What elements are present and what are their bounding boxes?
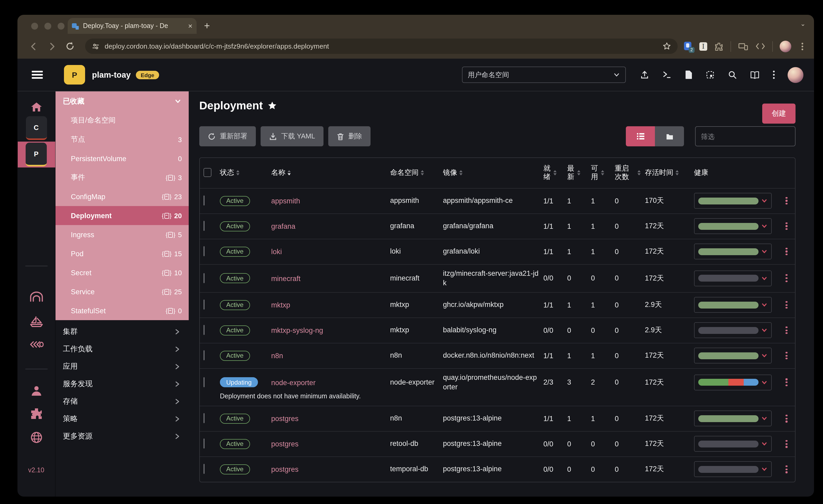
download-kubeconfig-icon[interactable] <box>684 70 693 80</box>
col-name[interactable]: 名称 <box>271 168 390 177</box>
row-checkbox[interactable] <box>203 196 204 206</box>
sidebar-group[interactable]: 集群 <box>55 323 189 340</box>
health-select[interactable] <box>694 347 772 363</box>
sidebar-item[interactable]: Deployment {} 20 <box>55 206 189 225</box>
health-select[interactable] <box>694 244 772 259</box>
extensions-puzzle-icon[interactable] <box>714 41 723 51</box>
import-yaml-icon[interactable] <box>640 70 650 80</box>
user-avatar[interactable] <box>788 67 803 83</box>
code-icon[interactable] <box>755 42 766 51</box>
health-select[interactable] <box>694 411 772 426</box>
sidebar-item[interactable]: Ingress {} 5 <box>55 225 189 244</box>
deployment-name-link[interactable]: loki <box>271 248 282 256</box>
close-window-icon[interactable] <box>31 23 38 30</box>
row-checkbox[interactable] <box>203 439 204 449</box>
row-checkbox[interactable] <box>203 377 204 387</box>
browser-menu-kebab-icon[interactable] <box>798 41 807 51</box>
deployment-name-link[interactable]: grafana <box>271 222 296 230</box>
health-select[interactable] <box>694 461 772 477</box>
tab-close-icon[interactable]: × <box>188 22 192 30</box>
sidebar-group[interactable]: 应用 <box>55 358 189 375</box>
deployment-name-link[interactable]: postgres <box>271 465 299 473</box>
deployment-name-link[interactable]: minecraft <box>271 274 301 282</box>
row-kebab-icon[interactable] <box>781 352 792 359</box>
row-kebab-icon[interactable] <box>781 415 792 422</box>
sidebar-item[interactable]: Pod {} 15 <box>55 244 189 263</box>
harvester-wheat-icon[interactable] <box>29 340 44 349</box>
zoom-window-icon[interactable] <box>57 23 64 30</box>
row-kebab-icon[interactable] <box>781 326 792 334</box>
deployment-name-link[interactable]: postgres <box>271 440 299 448</box>
health-select[interactable] <box>694 322 772 338</box>
download-yaml-button[interactable]: 下载 YAML <box>261 126 324 146</box>
row-kebab-icon[interactable] <box>781 197 792 205</box>
sidebar-item[interactable]: 项目/命名空间 {} <box>55 111 189 130</box>
sidebar-item[interactable]: 节点 {} 3 <box>55 130 189 149</box>
filter-input[interactable] <box>695 126 796 146</box>
health-select[interactable] <box>694 436 772 452</box>
select-all-checkbox[interactable] <box>203 168 211 177</box>
sidebar-item[interactable]: Service {} 25 <box>55 282 189 301</box>
col-image[interactable]: 镜像 <box>443 168 543 177</box>
deployment-name-link[interactable]: postgres <box>271 415 299 423</box>
window-controls[interactable] <box>31 23 64 30</box>
row-kebab-icon[interactable] <box>781 465 792 473</box>
health-select[interactable] <box>694 374 772 390</box>
col-namespace[interactable]: 命名空间 <box>390 168 443 177</box>
browser-profile-avatar[interactable] <box>780 40 791 52</box>
back-icon[interactable] <box>25 41 43 51</box>
col-restarts[interactable]: 重启次数 <box>615 164 645 181</box>
cluster-p-button[interactable]: P <box>17 142 55 168</box>
list-view-button[interactable] <box>626 126 655 146</box>
favorites-header[interactable]: 已收藏 <box>55 91 189 111</box>
extension-i-icon[interactable]: I <box>699 42 707 50</box>
row-checkbox[interactable] <box>203 221 204 231</box>
deployment-name-link[interactable]: mktxp-syslog-ng <box>271 326 323 334</box>
card-view-button[interactable] <box>655 126 684 146</box>
row-checkbox[interactable] <box>203 246 204 256</box>
extensions-puzzle-icon[interactable] <box>30 407 42 420</box>
forward-icon[interactable] <box>43 41 61 51</box>
sidebar-item[interactable]: Secret {} 10 <box>55 263 189 282</box>
row-kebab-icon[interactable] <box>781 248 792 255</box>
row-kebab-icon[interactable] <box>781 274 792 282</box>
row-checkbox[interactable] <box>203 350 204 360</box>
url-text[interactable]: deploy.cordon.toay.io/dashboard/c/c-m-jt… <box>105 42 658 50</box>
sidebar-item[interactable]: StatefulSet {} 0 <box>55 301 189 320</box>
col-ready[interactable]: 就绪 <box>543 164 567 181</box>
minimize-window-icon[interactable] <box>44 23 51 30</box>
col-status[interactable]: 状态 <box>216 168 271 177</box>
tab-search-chevron-icon[interactable]: ⌄ <box>800 20 806 27</box>
hangar-icon[interactable] <box>29 291 43 303</box>
row-kebab-icon[interactable] <box>781 222 792 230</box>
namespace-select[interactable]: 用户命名空间 <box>462 66 626 83</box>
row-checkbox[interactable] <box>203 273 204 283</box>
create-button[interactable]: 创建 <box>762 103 796 123</box>
docs-book-icon[interactable] <box>750 70 760 79</box>
health-select[interactable] <box>694 270 772 286</box>
sidebar-group[interactable]: 更多资源 <box>55 427 189 445</box>
row-checkbox[interactable] <box>203 464 204 474</box>
delete-button[interactable]: 删除 <box>328 126 370 146</box>
deployment-name-link[interactable]: n8n <box>271 352 283 360</box>
sidebar-item[interactable]: PersistentVolume {} 0 <box>55 149 189 168</box>
devices-icon[interactable] <box>738 41 749 51</box>
health-select[interactable] <box>694 193 772 209</box>
health-select[interactable] <box>694 297 772 313</box>
extension-shield-icon[interactable]: 2 <box>684 41 692 51</box>
sidebar-item[interactable]: 事件 {} 3 <box>55 168 189 187</box>
globe-icon[interactable] <box>30 431 42 444</box>
row-kebab-icon[interactable] <box>781 440 792 448</box>
redeploy-button[interactable]: 重新部署 <box>199 126 256 146</box>
search-icon[interactable] <box>727 70 737 80</box>
row-checkbox[interactable] <box>203 413 204 423</box>
sidebar-group[interactable]: 存储 <box>55 393 189 410</box>
project-logo[interactable]: P <box>64 65 85 84</box>
bookmark-star-icon[interactable] <box>662 42 671 51</box>
new-tab-button[interactable]: + <box>204 20 210 32</box>
copy-kubeconfig-icon[interactable] <box>705 70 715 80</box>
col-available[interactable]: 可用 <box>591 164 615 181</box>
url-bar[interactable]: deploy.cordon.toay.io/dashboard/c/c-m-jt… <box>85 39 678 54</box>
site-settings-icon[interactable] <box>92 42 100 50</box>
reload-icon[interactable] <box>61 41 79 51</box>
